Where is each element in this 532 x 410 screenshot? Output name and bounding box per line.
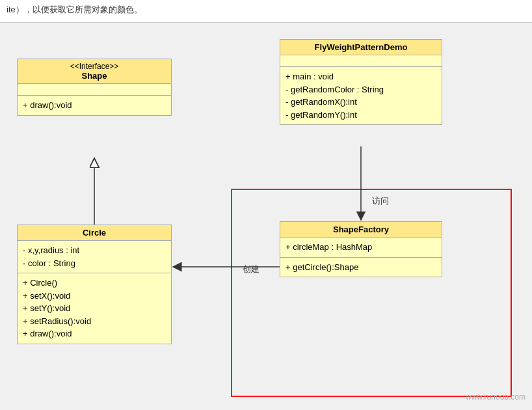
shape-name: Shape <box>23 71 166 81</box>
flyweight-header: FlyWeightPatternDemo <box>280 40 442 55</box>
shapefactory-name: ShapeFactory <box>286 225 436 234</box>
create-label: 创建 <box>243 264 259 275</box>
circle-name: Circle <box>23 228 166 238</box>
shape-method: + draw():void <box>23 99 166 112</box>
circle-section1: - x,y,radius : int- color : String <box>18 241 171 273</box>
diagram-area: <<Interface>> Shape + draw():void Circle… <box>0 23 532 407</box>
flyweight-box: FlyWeightPatternDemo + main : void- getR… <box>280 39 442 125</box>
circle-section2: + Circle()+ setX():void+ setY():void+ se… <box>18 273 171 344</box>
flyweight-method: + main : void <box>286 70 436 83</box>
circle-method: + setY():void <box>23 302 166 315</box>
circle-header: Circle <box>18 225 171 241</box>
header-text: ite），以便获取它所需对象的颜色。 <box>0 0 532 23</box>
shapefactory-box: ShapeFactory + circleMap : HashMap + get… <box>280 221 442 277</box>
flyweight-method: - getRandomY():int <box>286 109 436 122</box>
shapefactory-attr: + circleMap : HashMap <box>286 241 436 254</box>
circle-attr: - x,y,radius : int <box>23 244 166 257</box>
flyweight-name: FlyWeightPatternDemo <box>286 42 436 52</box>
shapefactory-method: + getCircle():Shape <box>286 261 436 274</box>
circle-method: + draw():void <box>23 327 166 340</box>
circle-method: + setX():void <box>23 290 166 303</box>
shape-box: <<Interface>> Shape + draw():void <box>17 59 172 116</box>
circle-method: + Circle() <box>23 277 166 290</box>
shapefactory-header: ShapeFactory <box>280 222 442 238</box>
circle-box: Circle - x,y,radius : int- color : Strin… <box>17 225 172 344</box>
shape-header: <<Interface>> Shape <box>18 59 171 84</box>
red-box <box>231 189 512 397</box>
shape-section2: + draw():void <box>18 96 171 115</box>
circle-method: + setRadius():void <box>23 315 166 328</box>
circle-attr: - color : String <box>23 257 166 270</box>
shapefactory-section1: + circleMap : HashMap <box>280 238 442 258</box>
flyweight-section1 <box>280 55 442 67</box>
flyweight-method: - getRandomColor : String <box>286 83 436 96</box>
flyweight-section2: + main : void- getRandomColor : String- … <box>280 67 442 124</box>
shape-section1 <box>18 84 171 96</box>
shapefactory-section2: + getCircle():Shape <box>280 258 442 277</box>
shape-stereotype: <<Interface>> <box>23 62 166 71</box>
watermark: www.runoob.com <box>466 392 525 402</box>
flyweight-method: - getRandomX():int <box>286 96 436 109</box>
visit-label: 访问 <box>372 195 389 207</box>
